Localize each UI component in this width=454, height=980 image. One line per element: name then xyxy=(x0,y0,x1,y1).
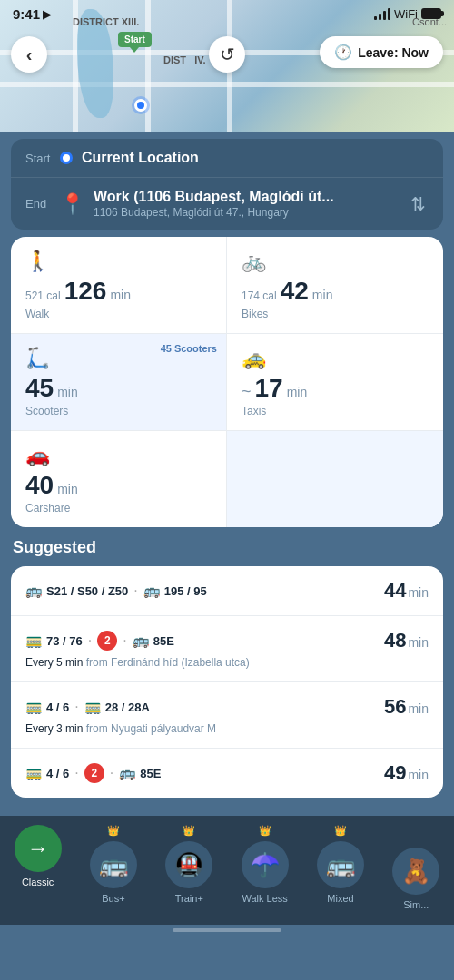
nav-walk-less-icon-wrap: ☂️ xyxy=(242,841,289,888)
bus-icon-3: 🚌 xyxy=(133,632,150,649)
start-row[interactable]: Start Current Location xyxy=(11,139,443,178)
suggestion-3-routes: 🚃 4 / 6 · 🚃 28 / 28A xyxy=(25,699,150,715)
bus-plus-icon: 🚌 xyxy=(99,851,128,879)
route-label-85e: 85E xyxy=(153,634,174,648)
leave-now-button[interactable]: 🕐 Leave: Now xyxy=(320,36,443,68)
dot-sep-4a: · xyxy=(74,765,78,781)
route-label-28: 28 / 28A xyxy=(105,701,150,714)
suggestion-2-from: from Ferdinánd híd (Izabella utca) xyxy=(86,656,250,669)
start-pin: Start xyxy=(118,32,152,53)
main-content: Start Current Location End 📍 Work (1106 … xyxy=(0,132,454,816)
end-location-text: Work (1106 Budapest, Maglódi út... xyxy=(94,189,334,205)
bus-icon-2: 🚌 xyxy=(143,583,161,599)
tram-icon-2: 🚃 xyxy=(25,699,43,715)
nav-bus-plus-icon-wrap: 🚌 xyxy=(90,841,137,888)
carshare-icon: 🚗 xyxy=(25,444,212,467)
taxis-unit: min xyxy=(287,385,308,399)
nav-train-plus-label: Train+ xyxy=(175,893,203,904)
transport-empty-cell xyxy=(227,431,443,527)
refresh-icon: ↺ xyxy=(220,44,235,65)
status-icons: WiFi xyxy=(374,7,441,21)
route-label-85eb: 85E xyxy=(140,767,161,780)
route-chip-46b: 🚃 4 / 6 xyxy=(25,765,69,781)
scooters-unit: min xyxy=(57,385,78,399)
end-label: End xyxy=(25,197,60,211)
bikes-cal: 174 cal xyxy=(242,289,277,302)
suggestion-row-1[interactable]: 🚌 S21 / S50 / Z50 · 🚌 195 / 95 44 min xyxy=(11,566,443,616)
route-chip-46: 🚃 4 / 6 xyxy=(25,699,69,715)
swap-button[interactable]: ⇅ xyxy=(403,190,432,219)
route-card: Start Current Location End 📍 Work (1106 … xyxy=(11,139,443,230)
carshare-time: 40 xyxy=(25,471,54,500)
nav-mixed-icon-wrap: 🚌 xyxy=(317,841,364,888)
back-icon: ‹ xyxy=(26,44,33,65)
dot-sep-4b: · xyxy=(110,765,114,781)
status-bar: 9:41 ▶ WiFi xyxy=(0,0,454,27)
district-label-2: DIST IV. xyxy=(163,54,206,65)
suggestion-3-sub: Every 3 min from Nyugati pályaudvar M xyxy=(25,722,429,735)
tram-icon-3: 🚃 xyxy=(84,699,102,715)
transport-walk[interactable]: 🚶 521 cal 126 min Walk xyxy=(11,237,227,334)
suggestion-2-routes: 🚃 73 / 76 · 2 · 🚌 85E xyxy=(25,631,174,651)
transport-bikes[interactable]: 🚲 174 cal 42 min Bikes xyxy=(227,237,443,334)
scooters-label: Scooters xyxy=(25,405,212,417)
suggested-title: Suggested xyxy=(11,538,443,557)
suggestion-4-unit: min xyxy=(408,768,429,782)
train-plus-crown-icon: 👑 xyxy=(183,825,195,837)
back-button[interactable]: ‹ xyxy=(11,36,47,73)
suggestion-4-routes: 🚃 4 / 6 · 2 · 🚌 85E xyxy=(25,763,161,783)
nav-bus-plus-label: Bus+ xyxy=(102,893,124,904)
classic-arrow-icon: → xyxy=(27,836,49,861)
end-row[interactable]: End 📍 Work (1106 Budapest, Maglódi út...… xyxy=(11,178,443,230)
nav-train-plus[interactable]: 👑 🚇 Train+ xyxy=(162,825,216,904)
nav-bus-plus[interactable]: 👑 🚌 Bus+ xyxy=(86,825,141,904)
nav-sim-label: Sim... xyxy=(403,899,429,910)
bikes-time: 42 xyxy=(281,277,309,306)
suggestion-2-sub: Every 5 min from Ferdinánd híd (Izabella… xyxy=(25,656,429,669)
nav-classic[interactable]: → Classic xyxy=(11,825,65,887)
bus-icon-4: 🚌 xyxy=(119,765,136,781)
route-chip-85e: 🚌 85E xyxy=(133,632,174,649)
suggestion-1-routes: 🚌 S21 / S50 / Z50 · 🚌 195 / 95 xyxy=(25,583,207,599)
scooter-count-badge: 45 Scooters xyxy=(161,343,217,354)
tram-icon-1: 🚃 xyxy=(25,632,43,649)
map-view: 9:41 ▶ WiFi DISTRICT XIII. DIST IV. Cson… xyxy=(0,0,454,132)
metro-badge-4: 2 xyxy=(84,763,104,783)
start-label: Start xyxy=(25,152,60,165)
transport-taxis[interactable]: 🚕 ~ 17 min Taxis xyxy=(227,334,443,431)
nav-mixed-label: Mixed xyxy=(327,893,353,904)
route-label-46b: 4 / 6 xyxy=(46,767,69,780)
location-arrow-icon: ▶ xyxy=(43,7,52,21)
suggestion-row-4[interactable]: 🚃 4 / 6 · 2 · 🚌 85E 49 min xyxy=(11,749,443,798)
nav-walk-less-label: Walk Less xyxy=(242,893,287,904)
home-indicator xyxy=(173,928,281,932)
dot-sep-3: · xyxy=(74,699,78,715)
route-chip-28: 🚃 28 / 28A xyxy=(84,699,150,715)
transport-options-card: 🚶 521 cal 126 min Walk 🚲 174 cal 42 min … xyxy=(11,237,443,527)
end-location-subtitle: 1106 Budapest, Maglódi út 47., Hungary xyxy=(94,206,334,219)
clock-icon: 🕐 xyxy=(334,44,352,61)
suggestions-card: 🚌 S21 / S50 / Z50 · 🚌 195 / 95 44 min xyxy=(11,566,443,798)
refresh-button[interactable]: ↺ xyxy=(209,36,245,73)
signal-bars-icon xyxy=(374,7,390,20)
walk-time: 126 xyxy=(64,277,107,306)
suggestion-row-3[interactable]: 🚃 4 / 6 · 🚃 28 / 28A 56 min Every 3 min … xyxy=(11,682,443,749)
suggestion-1-time: 44 xyxy=(384,579,406,603)
taxis-label: Taxis xyxy=(242,405,429,417)
transport-carshare[interactable]: 🚗 40 min Carshare xyxy=(11,431,227,527)
suggestion-3-unit: min xyxy=(408,701,429,716)
leave-label: Leave: Now xyxy=(358,45,429,60)
transport-scooters[interactable]: 🛴 45 min Scooters 45 Scooters xyxy=(11,334,227,431)
nav-sim[interactable]: 🧸 Sim... xyxy=(389,825,443,910)
walk-less-icon: ☂️ xyxy=(251,851,280,879)
walk-label: Walk xyxy=(25,308,212,320)
status-time: 9:41 xyxy=(13,6,40,22)
dot-sep-1: · xyxy=(133,583,137,599)
carshare-label: Carshare xyxy=(25,502,212,514)
route-label-s21: S21 / S50 / Z50 xyxy=(46,584,128,598)
wifi-icon: WiFi xyxy=(394,7,418,21)
suggestion-row-2[interactable]: 🚃 73 / 76 · 2 · 🚌 85E 48 min E xyxy=(11,616,443,682)
nav-mixed[interactable]: 👑 🚌 Mixed xyxy=(313,825,368,904)
walk-icon: 🚶 xyxy=(25,250,212,273)
nav-walk-less[interactable]: 👑 ☂️ Walk Less xyxy=(238,825,292,904)
